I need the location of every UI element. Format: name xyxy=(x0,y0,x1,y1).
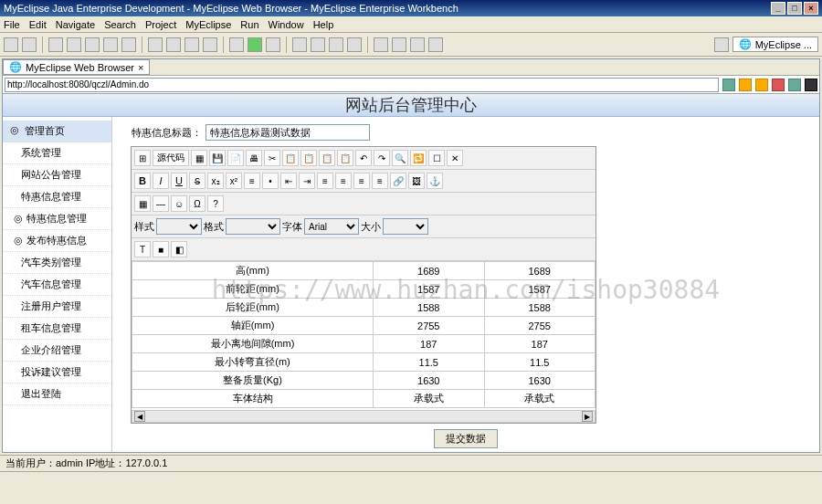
preview-icon[interactable]: ▦ xyxy=(191,150,207,166)
forward-icon[interactable] xyxy=(755,79,768,91)
sidebar-item-complaint[interactable]: 投诉建议管理 xyxy=(3,362,111,383)
selectall-icon[interactable]: ☐ xyxy=(428,150,445,166)
menu-window[interactable]: Window xyxy=(269,19,304,30)
go-icon[interactable] xyxy=(722,79,735,91)
ol-icon[interactable]: ≡ xyxy=(244,173,260,189)
image-icon[interactable]: 🖼 xyxy=(408,173,425,189)
align-justify-icon[interactable]: ≡ xyxy=(372,173,388,189)
stop-icon[interactable] xyxy=(772,79,785,91)
menu-myeclipse[interactable]: MyEclipse xyxy=(185,19,231,30)
size-select[interactable] xyxy=(383,218,428,235)
close-tab-icon[interactable]: × xyxy=(138,62,143,73)
strike-icon[interactable]: S̶ xyxy=(189,173,206,189)
title-input[interactable] xyxy=(206,124,370,141)
sidebar-item-publish-special[interactable]: 发布特惠信息 xyxy=(3,230,111,252)
about-icon[interactable]: ? xyxy=(207,195,224,212)
tool-icon[interactable] xyxy=(148,37,163,52)
redo-icon[interactable]: ↷ xyxy=(374,150,390,166)
cut-icon[interactable]: ✂ xyxy=(264,150,280,166)
sidebar-item-logout[interactable]: 退出登陆 xyxy=(3,383,111,405)
sidebar-item-company[interactable]: 企业介绍管理 xyxy=(3,340,111,362)
tool-icon[interactable] xyxy=(103,37,118,52)
sidebar-item-rental[interactable]: 租车信息管理 xyxy=(3,318,111,340)
sidebar-item-special[interactable]: 特惠信息管理 xyxy=(3,186,111,208)
tool-icon[interactable] xyxy=(203,37,217,52)
sidebar-item-special-manage[interactable]: 特惠信息管理 xyxy=(3,208,111,230)
home-icon[interactable] xyxy=(805,79,817,91)
indent-icon[interactable]: ⇥ xyxy=(299,173,315,189)
source-button[interactable]: 源代码 xyxy=(153,150,189,166)
replace-icon[interactable]: 🔁 xyxy=(410,150,427,166)
undo-icon[interactable]: ↶ xyxy=(355,150,372,166)
browser-tab[interactable]: 🌐 MyEclipse Web Browser × xyxy=(3,59,150,75)
paste-word-icon[interactable]: 📋 xyxy=(337,150,353,166)
tool-icon[interactable] xyxy=(48,37,63,52)
menu-file[interactable]: File xyxy=(4,19,20,30)
back-icon[interactable] xyxy=(739,79,752,91)
align-right-icon[interactable]: ≡ xyxy=(353,173,370,189)
removeformat-icon[interactable]: ✕ xyxy=(447,150,463,166)
tool-icon[interactable] xyxy=(67,37,81,52)
sidebar-header[interactable]: 管理首页 xyxy=(3,121,111,142)
new-icon[interactable]: 📄 xyxy=(227,150,244,166)
outdent-icon[interactable]: ⇤ xyxy=(280,173,297,189)
submit-button[interactable]: 提交数据 xyxy=(434,429,498,448)
sidebar-item-car-info[interactable]: 汽车信息管理 xyxy=(3,274,111,296)
scroll-right-icon[interactable]: ▶ xyxy=(582,411,593,422)
tool-icon[interactable] xyxy=(374,37,388,52)
sup-icon[interactable]: x² xyxy=(226,173,242,189)
bgcolor-icon[interactable]: ■ xyxy=(153,241,169,257)
menu-edit[interactable]: Edit xyxy=(29,19,47,30)
tool-icon[interactable] xyxy=(184,37,199,52)
close-button[interactable]: × xyxy=(804,2,818,15)
tool-icon[interactable] xyxy=(311,37,325,52)
align-center-icon[interactable]: ≡ xyxy=(335,173,352,189)
menu-project[interactable]: Project xyxy=(145,19,176,30)
tool-icon[interactable]: ◧ xyxy=(171,241,187,257)
horizontal-scrollbar[interactable]: ◀ ▶ xyxy=(132,410,595,423)
sidebar-item-system[interactable]: 系统管理 xyxy=(3,142,111,164)
bold-icon[interactable]: B xyxy=(134,173,151,189)
tool-icon[interactable] xyxy=(329,37,343,52)
tool-icon[interactable] xyxy=(121,37,136,52)
paste-text-icon[interactable]: 📋 xyxy=(319,150,335,166)
url-input[interactable] xyxy=(5,78,719,92)
scroll-left-icon[interactable]: ◀ xyxy=(134,411,145,422)
refresh-icon[interactable] xyxy=(788,79,801,91)
save-icon[interactable] xyxy=(22,37,37,52)
find-icon[interactable]: 🔍 xyxy=(392,150,408,166)
format-select[interactable] xyxy=(226,218,280,235)
copy-icon[interactable]: 📋 xyxy=(282,150,299,166)
sub-icon[interactable]: x₂ xyxy=(207,173,224,189)
sidebar-item-car-category[interactable]: 汽车类别管理 xyxy=(3,252,111,274)
italic-icon[interactable]: I xyxy=(153,173,169,189)
anchor-icon[interactable]: ⚓ xyxy=(427,173,443,189)
menu-help[interactable]: Help xyxy=(313,19,334,30)
link-icon[interactable]: 🔗 xyxy=(390,173,406,189)
tool-icon[interactable] xyxy=(410,37,425,52)
ul-icon[interactable]: • xyxy=(262,173,279,189)
perspective-icon[interactable] xyxy=(714,37,729,52)
align-left-icon[interactable]: ≡ xyxy=(317,173,333,189)
hr-icon[interactable]: — xyxy=(153,195,169,212)
smiley-icon[interactable]: ☺ xyxy=(171,195,187,212)
tool-icon[interactable] xyxy=(428,37,443,52)
underline-icon[interactable]: U xyxy=(171,173,187,189)
menu-run[interactable]: Run xyxy=(240,19,258,30)
table-icon[interactable]: ▦ xyxy=(134,195,151,212)
tool-icon[interactable] xyxy=(166,37,181,52)
perspective-tab[interactable]: 🌐 MyEclipse ... xyxy=(732,37,818,52)
tool-icon[interactable] xyxy=(266,37,280,52)
run-icon[interactable] xyxy=(248,37,262,52)
paste-icon[interactable]: 📋 xyxy=(300,150,317,166)
tool-icon[interactable] xyxy=(292,37,307,52)
debug-icon[interactable] xyxy=(229,37,244,52)
font-select[interactable]: Arial xyxy=(304,218,359,235)
tool-icon[interactable] xyxy=(85,37,100,52)
menu-navigate[interactable]: Navigate xyxy=(56,19,95,30)
style-select[interactable] xyxy=(156,218,202,235)
menu-search[interactable]: Search xyxy=(104,19,136,30)
maximize-button[interactable]: □ xyxy=(787,2,802,15)
expand-icon[interactable]: ⊞ xyxy=(134,150,151,166)
print-icon[interactable]: 🖶 xyxy=(246,150,262,166)
